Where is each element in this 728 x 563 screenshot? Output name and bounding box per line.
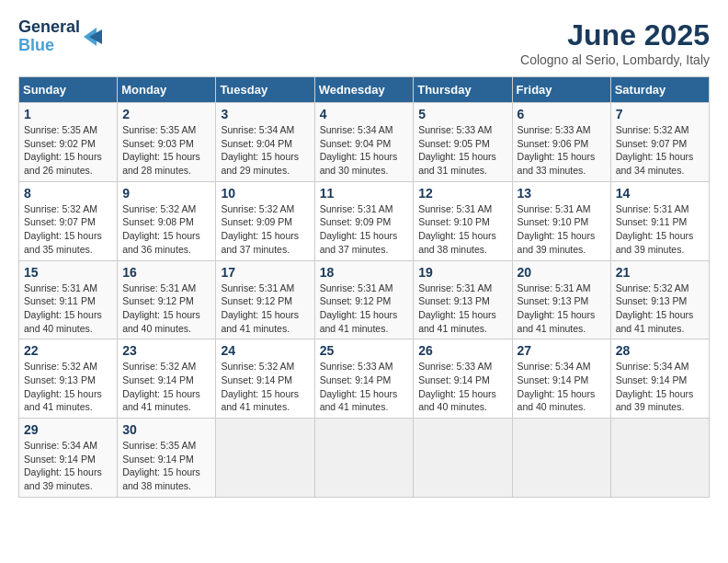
day-info: Sunrise: 5:32 AM Sunset: 9:07 PM Dayligh… bbox=[24, 202, 112, 257]
day-number: 29 bbox=[24, 422, 112, 437]
calendar-cell: 6 Sunrise: 5:33 AM Sunset: 9:06 PM Dayli… bbox=[512, 103, 610, 182]
day-info: Sunrise: 5:35 AM Sunset: 9:03 PM Dayligh… bbox=[122, 123, 210, 178]
day-info: Sunrise: 5:34 AM Sunset: 9:04 PM Dayligh… bbox=[320, 123, 409, 178]
day-info: Sunrise: 5:31 AM Sunset: 9:12 PM Dayligh… bbox=[320, 282, 409, 336]
calendar-cell: 23 Sunrise: 5:32 AM Sunset: 9:14 PM Dayl… bbox=[118, 339, 216, 419]
day-info: Sunrise: 5:34 AM Sunset: 9:04 PM Dayligh… bbox=[221, 123, 309, 178]
header-cell-wednesday: Wednesday bbox=[314, 77, 414, 103]
day-info: Sunrise: 5:34 AM Sunset: 9:14 PM Dayligh… bbox=[518, 360, 606, 414]
day-info: Sunrise: 5:31 AM Sunset: 9:09 PM Dayligh… bbox=[320, 202, 409, 257]
day-number: 6 bbox=[518, 107, 606, 121]
day-number: 7 bbox=[616, 107, 704, 121]
calendar-cell: 20 Sunrise: 5:31 AM Sunset: 9:13 PM Dayl… bbox=[512, 260, 610, 339]
day-number: 5 bbox=[418, 107, 506, 121]
day-number: 4 bbox=[320, 107, 409, 121]
calendar-cell: 25 Sunrise: 5:33 AM Sunset: 9:14 PM Dayl… bbox=[314, 339, 414, 419]
calendar-subtitle: Cologno al Serio, Lombardy, Italy bbox=[520, 52, 710, 67]
calendar-cell bbox=[512, 419, 610, 498]
day-info: Sunrise: 5:33 AM Sunset: 9:14 PM Dayligh… bbox=[320, 360, 409, 414]
day-number: 28 bbox=[616, 343, 704, 358]
calendar-cell: 12 Sunrise: 5:31 AM Sunset: 9:10 PM Dayl… bbox=[414, 181, 512, 260]
day-info: Sunrise: 5:31 AM Sunset: 9:10 PM Dayligh… bbox=[418, 202, 506, 257]
day-number: 1 bbox=[24, 107, 112, 121]
day-number: 15 bbox=[24, 265, 112, 280]
day-number: 27 bbox=[518, 343, 606, 358]
week-row-1: 8 Sunrise: 5:32 AM Sunset: 9:07 PM Dayli… bbox=[19, 181, 710, 260]
week-row-2: 15 Sunrise: 5:31 AM Sunset: 9:11 PM Dayl… bbox=[19, 260, 710, 339]
day-info: Sunrise: 5:31 AM Sunset: 9:13 PM Dayligh… bbox=[418, 282, 506, 336]
day-number: 13 bbox=[518, 186, 606, 201]
calendar-cell: 30 Sunrise: 5:35 AM Sunset: 9:14 PM Dayl… bbox=[118, 419, 216, 498]
day-number: 11 bbox=[320, 186, 409, 201]
day-info: Sunrise: 5:32 AM Sunset: 9:14 PM Dayligh… bbox=[122, 360, 210, 414]
calendar-cell: 2 Sunrise: 5:35 AM Sunset: 9:03 PM Dayli… bbox=[118, 103, 216, 182]
day-number: 2 bbox=[122, 107, 210, 121]
calendar-cell: 9 Sunrise: 5:32 AM Sunset: 9:08 PM Dayli… bbox=[118, 181, 216, 260]
day-number: 23 bbox=[122, 343, 210, 358]
calendar-cell: 16 Sunrise: 5:31 AM Sunset: 9:12 PM Dayl… bbox=[118, 260, 216, 339]
day-number: 16 bbox=[122, 265, 210, 280]
day-info: Sunrise: 5:33 AM Sunset: 9:05 PM Dayligh… bbox=[418, 123, 506, 178]
day-number: 25 bbox=[320, 343, 409, 358]
logo: General Blue bbox=[18, 18, 102, 55]
calendar-cell: 22 Sunrise: 5:32 AM Sunset: 9:13 PM Dayl… bbox=[19, 339, 118, 419]
day-info: Sunrise: 5:35 AM Sunset: 9:14 PM Dayligh… bbox=[122, 439, 210, 493]
day-info: Sunrise: 5:32 AM Sunset: 9:09 PM Dayligh… bbox=[221, 202, 309, 257]
day-info: Sunrise: 5:32 AM Sunset: 9:07 PM Dayligh… bbox=[616, 123, 704, 178]
calendar-cell: 24 Sunrise: 5:32 AM Sunset: 9:14 PM Dayl… bbox=[216, 339, 314, 419]
header-cell-monday: Monday bbox=[118, 77, 216, 103]
day-info: Sunrise: 5:32 AM Sunset: 9:08 PM Dayligh… bbox=[122, 202, 210, 257]
day-number: 18 bbox=[320, 265, 409, 280]
calendar-cell: 8 Sunrise: 5:32 AM Sunset: 9:07 PM Dayli… bbox=[19, 181, 118, 260]
calendar-cell bbox=[414, 419, 512, 498]
calendar-cell: 28 Sunrise: 5:34 AM Sunset: 9:14 PM Dayl… bbox=[610, 339, 709, 419]
calendar-cell: 4 Sunrise: 5:34 AM Sunset: 9:04 PM Dayli… bbox=[314, 103, 414, 182]
day-number: 9 bbox=[122, 186, 210, 201]
calendar-cell: 11 Sunrise: 5:31 AM Sunset: 9:09 PM Dayl… bbox=[314, 181, 414, 260]
day-info: Sunrise: 5:35 AM Sunset: 9:02 PM Dayligh… bbox=[24, 123, 112, 178]
day-number: 22 bbox=[24, 343, 112, 358]
day-info: Sunrise: 5:33 AM Sunset: 9:06 PM Dayligh… bbox=[518, 123, 606, 178]
day-number: 19 bbox=[418, 265, 506, 280]
calendar-cell: 5 Sunrise: 5:33 AM Sunset: 9:05 PM Dayli… bbox=[414, 103, 512, 182]
calendar-cell: 15 Sunrise: 5:31 AM Sunset: 9:11 PM Dayl… bbox=[19, 260, 118, 339]
calendar-cell: 13 Sunrise: 5:31 AM Sunset: 9:10 PM Dayl… bbox=[512, 181, 610, 260]
day-info: Sunrise: 5:31 AM Sunset: 9:13 PM Dayligh… bbox=[518, 282, 606, 336]
day-number: 20 bbox=[518, 265, 606, 280]
header-cell-tuesday: Tuesday bbox=[216, 77, 314, 103]
day-number: 10 bbox=[221, 186, 309, 201]
day-number: 14 bbox=[616, 186, 704, 201]
calendar-title: June 2025 bbox=[520, 18, 710, 52]
day-number: 17 bbox=[221, 265, 309, 280]
day-info: Sunrise: 5:31 AM Sunset: 9:12 PM Dayligh… bbox=[221, 282, 309, 336]
calendar-cell: 27 Sunrise: 5:34 AM Sunset: 9:14 PM Dayl… bbox=[512, 339, 610, 419]
day-info: Sunrise: 5:31 AM Sunset: 9:11 PM Dayligh… bbox=[24, 282, 112, 336]
day-info: Sunrise: 5:31 AM Sunset: 9:10 PM Dayligh… bbox=[518, 202, 606, 257]
calendar-cell: 29 Sunrise: 5:34 AM Sunset: 9:14 PM Dayl… bbox=[19, 419, 118, 498]
day-number: 21 bbox=[616, 265, 704, 280]
day-number: 26 bbox=[418, 343, 506, 358]
header-cell-sunday: Sunday bbox=[19, 77, 118, 103]
day-info: Sunrise: 5:32 AM Sunset: 9:14 PM Dayligh… bbox=[221, 360, 309, 414]
calendar-cell: 1 Sunrise: 5:35 AM Sunset: 9:02 PM Dayli… bbox=[19, 103, 118, 182]
day-number: 30 bbox=[122, 422, 210, 437]
day-info: Sunrise: 5:33 AM Sunset: 9:14 PM Dayligh… bbox=[418, 360, 506, 414]
calendar-cell: 18 Sunrise: 5:31 AM Sunset: 9:12 PM Dayl… bbox=[314, 260, 414, 339]
header-row: SundayMondayTuesdayWednesdayThursdayFrid… bbox=[19, 77, 710, 103]
header-cell-saturday: Saturday bbox=[610, 77, 709, 103]
calendar-cell bbox=[610, 419, 709, 498]
header-cell-friday: Friday bbox=[512, 77, 610, 103]
calendar-cell: 17 Sunrise: 5:31 AM Sunset: 9:12 PM Dayl… bbox=[216, 260, 314, 339]
calendar-cell: 26 Sunrise: 5:33 AM Sunset: 9:14 PM Dayl… bbox=[414, 339, 512, 419]
week-row-4: 29 Sunrise: 5:34 AM Sunset: 9:14 PM Dayl… bbox=[19, 419, 710, 498]
calendar-cell bbox=[216, 419, 314, 498]
day-info: Sunrise: 5:31 AM Sunset: 9:11 PM Dayligh… bbox=[616, 202, 704, 257]
calendar-cell: 14 Sunrise: 5:31 AM Sunset: 9:11 PM Dayl… bbox=[610, 181, 709, 260]
header-cell-thursday: Thursday bbox=[414, 77, 512, 103]
calendar-table: SundayMondayTuesdayWednesdayThursdayFrid… bbox=[18, 76, 710, 498]
calendar-cell: 7 Sunrise: 5:32 AM Sunset: 9:07 PM Dayli… bbox=[610, 103, 709, 182]
day-info: Sunrise: 5:32 AM Sunset: 9:13 PM Dayligh… bbox=[24, 360, 112, 414]
day-info: Sunrise: 5:34 AM Sunset: 9:14 PM Dayligh… bbox=[616, 360, 704, 414]
day-info: Sunrise: 5:31 AM Sunset: 9:12 PM Dayligh… bbox=[122, 282, 210, 336]
calendar-cell bbox=[314, 419, 414, 498]
